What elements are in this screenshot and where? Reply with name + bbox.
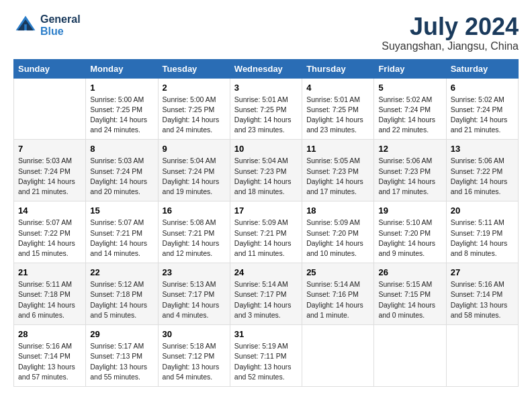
logo-text: General Blue [40, 13, 81, 38]
weekday-header-friday: Friday [374, 59, 446, 78]
calendar-cell: 16Sunrise: 5:08 AM Sunset: 7:21 PM Dayli… [158, 201, 230, 263]
calendar-cell: 7Sunrise: 5:03 AM Sunset: 7:24 PM Daylig… [14, 140, 86, 201]
calendar-week-row: 21Sunrise: 5:11 AM Sunset: 7:18 PM Dayli… [14, 263, 519, 325]
calendar-cell: 22Sunrise: 5:12 AM Sunset: 7:18 PM Dayli… [86, 263, 158, 325]
day-number: 29 [90, 329, 153, 339]
calendar-cell: 29Sunrise: 5:17 AM Sunset: 7:13 PM Dayli… [86, 325, 158, 387]
weekday-header-thursday: Thursday [302, 59, 374, 78]
day-info: Sunrise: 5:07 AM Sunset: 7:21 PM Dayligh… [90, 218, 153, 259]
day-number: 31 [234, 329, 298, 339]
day-info: Sunrise: 5:01 AM Sunset: 7:25 PM Dayligh… [234, 95, 298, 136]
calendar-cell: 6Sunrise: 5:02 AM Sunset: 7:24 PM Daylig… [446, 78, 518, 140]
day-info: Sunrise: 5:00 AM Sunset: 7:25 PM Dayligh… [163, 95, 226, 136]
day-info: Sunrise: 5:01 AM Sunset: 7:25 PM Dayligh… [306, 95, 369, 136]
day-number: 12 [378, 144, 441, 154]
day-number: 1 [90, 83, 153, 93]
calendar-cell: 8Sunrise: 5:03 AM Sunset: 7:24 PM Daylig… [86, 140, 158, 201]
calendar-cell: 1Sunrise: 5:00 AM Sunset: 7:25 PM Daylig… [86, 78, 158, 140]
calendar-cell: 26Sunrise: 5:15 AM Sunset: 7:15 PM Dayli… [374, 263, 446, 325]
day-info: Sunrise: 5:18 AM Sunset: 7:12 PM Dayligh… [163, 341, 226, 382]
weekday-header-row: SundayMondayTuesdayWednesdayThursdayFrid… [14, 59, 519, 78]
day-info: Sunrise: 5:16 AM Sunset: 7:14 PM Dayligh… [18, 341, 81, 382]
day-number: 19 [378, 205, 441, 216]
day-info: Sunrise: 5:12 AM Sunset: 7:18 PM Dayligh… [90, 279, 153, 320]
calendar-cell: 12Sunrise: 5:06 AM Sunset: 7:23 PM Dayli… [374, 140, 446, 201]
calendar-cell: 18Sunrise: 5:09 AM Sunset: 7:20 PM Dayli… [302, 201, 374, 263]
day-number: 7 [18, 144, 81, 154]
day-number: 22 [90, 267, 153, 277]
calendar-cell: 15Sunrise: 5:07 AM Sunset: 7:21 PM Dayli… [86, 201, 158, 263]
calendar-week-row: 28Sunrise: 5:16 AM Sunset: 7:14 PM Dayli… [14, 325, 519, 387]
calendar-cell [446, 325, 518, 387]
day-info: Sunrise: 5:05 AM Sunset: 7:23 PM Dayligh… [306, 156, 369, 197]
day-info: Sunrise: 5:11 AM Sunset: 7:18 PM Dayligh… [18, 279, 81, 320]
day-number: 6 [451, 83, 514, 93]
day-info: Sunrise: 5:10 AM Sunset: 7:20 PM Dayligh… [378, 218, 441, 259]
day-number: 17 [234, 205, 298, 216]
calendar-cell: 10Sunrise: 5:04 AM Sunset: 7:23 PM Dayli… [230, 140, 302, 201]
calendar-table: SundayMondayTuesdayWednesdayThursdayFrid… [13, 59, 519, 387]
weekday-header-tuesday: Tuesday [158, 59, 230, 78]
calendar-cell: 5Sunrise: 5:02 AM Sunset: 7:24 PM Daylig… [374, 78, 446, 140]
calendar-cell: 30Sunrise: 5:18 AM Sunset: 7:12 PM Dayli… [158, 325, 230, 387]
day-number: 10 [234, 144, 298, 154]
day-number: 9 [163, 144, 226, 154]
day-info: Sunrise: 5:09 AM Sunset: 7:21 PM Dayligh… [234, 218, 298, 259]
calendar-cell [302, 325, 374, 387]
day-info: Sunrise: 5:03 AM Sunset: 7:24 PM Dayligh… [90, 156, 153, 197]
day-number: 14 [18, 205, 81, 216]
calendar-cell: 14Sunrise: 5:07 AM Sunset: 7:22 PM Dayli… [14, 201, 86, 263]
calendar-cell: 4Sunrise: 5:01 AM Sunset: 7:25 PM Daylig… [302, 78, 374, 140]
day-number: 26 [378, 267, 441, 277]
day-number: 13 [451, 144, 514, 154]
day-info: Sunrise: 5:06 AM Sunset: 7:22 PM Dayligh… [451, 156, 514, 197]
logo-icon [13, 13, 38, 38]
calendar-cell: 13Sunrise: 5:06 AM Sunset: 7:22 PM Dayli… [446, 140, 518, 201]
calendar-cell: 11Sunrise: 5:05 AM Sunset: 7:23 PM Dayli… [302, 140, 374, 201]
calendar-cell: 21Sunrise: 5:11 AM Sunset: 7:18 PM Dayli… [14, 263, 86, 325]
weekday-header-monday: Monday [86, 59, 158, 78]
weekday-header-saturday: Saturday [446, 59, 518, 78]
day-number: 23 [163, 267, 226, 277]
day-number: 18 [306, 205, 369, 216]
day-info: Sunrise: 5:15 AM Sunset: 7:15 PM Dayligh… [378, 279, 441, 320]
day-info: Sunrise: 5:09 AM Sunset: 7:20 PM Dayligh… [306, 218, 369, 259]
day-number: 20 [451, 205, 514, 216]
day-number: 4 [306, 83, 369, 93]
calendar-week-row: 1Sunrise: 5:00 AM Sunset: 7:25 PM Daylig… [14, 78, 519, 140]
calendar-cell: 17Sunrise: 5:09 AM Sunset: 7:21 PM Dayli… [230, 201, 302, 263]
location: Suyangshan, Jiangsu, China [382, 40, 519, 52]
month-year: July 2024 [382, 13, 519, 40]
day-info: Sunrise: 5:19 AM Sunset: 7:11 PM Dayligh… [234, 341, 298, 382]
calendar-cell: 9Sunrise: 5:04 AM Sunset: 7:24 PM Daylig… [158, 140, 230, 201]
day-number: 28 [18, 329, 81, 339]
day-info: Sunrise: 5:00 AM Sunset: 7:25 PM Dayligh… [90, 95, 153, 136]
calendar-cell: 31Sunrise: 5:19 AM Sunset: 7:11 PM Dayli… [230, 325, 302, 387]
calendar-cell: 20Sunrise: 5:11 AM Sunset: 7:19 PM Dayli… [446, 201, 518, 263]
day-info: Sunrise: 5:04 AM Sunset: 7:24 PM Dayligh… [163, 156, 226, 197]
day-info: Sunrise: 5:04 AM Sunset: 7:23 PM Dayligh… [234, 156, 298, 197]
calendar-cell: 25Sunrise: 5:14 AM Sunset: 7:16 PM Dayli… [302, 263, 374, 325]
calendar-cell: 2Sunrise: 5:00 AM Sunset: 7:25 PM Daylig… [158, 78, 230, 140]
calendar-cell: 3Sunrise: 5:01 AM Sunset: 7:25 PM Daylig… [230, 78, 302, 140]
calendar-cell: 19Sunrise: 5:10 AM Sunset: 7:20 PM Dayli… [374, 201, 446, 263]
day-info: Sunrise: 5:11 AM Sunset: 7:19 PM Dayligh… [451, 218, 514, 259]
day-info: Sunrise: 5:17 AM Sunset: 7:13 PM Dayligh… [90, 341, 153, 382]
day-number: 8 [90, 144, 153, 154]
day-number: 21 [18, 267, 81, 277]
day-info: Sunrise: 5:16 AM Sunset: 7:14 PM Dayligh… [451, 279, 514, 320]
calendar-week-row: 7Sunrise: 5:03 AM Sunset: 7:24 PM Daylig… [14, 140, 519, 201]
calendar-cell: 24Sunrise: 5:14 AM Sunset: 7:17 PM Dayli… [230, 263, 302, 325]
calendar-week-row: 14Sunrise: 5:07 AM Sunset: 7:22 PM Dayli… [14, 201, 519, 263]
page-header: General Blue July 2024 Suyangshan, Jiang… [13, 13, 519, 52]
day-info: Sunrise: 5:06 AM Sunset: 7:23 PM Dayligh… [378, 156, 441, 197]
day-number: 2 [163, 83, 226, 93]
day-info: Sunrise: 5:03 AM Sunset: 7:24 PM Dayligh… [18, 156, 81, 197]
weekday-header-wednesday: Wednesday [230, 59, 302, 78]
day-number: 16 [163, 205, 226, 216]
day-info: Sunrise: 5:02 AM Sunset: 7:24 PM Dayligh… [451, 95, 514, 136]
weekday-header-sunday: Sunday [14, 59, 86, 78]
calendar-cell: 23Sunrise: 5:13 AM Sunset: 7:17 PM Dayli… [158, 263, 230, 325]
day-info: Sunrise: 5:08 AM Sunset: 7:21 PM Dayligh… [163, 218, 226, 259]
day-info: Sunrise: 5:14 AM Sunset: 7:17 PM Dayligh… [234, 279, 298, 320]
